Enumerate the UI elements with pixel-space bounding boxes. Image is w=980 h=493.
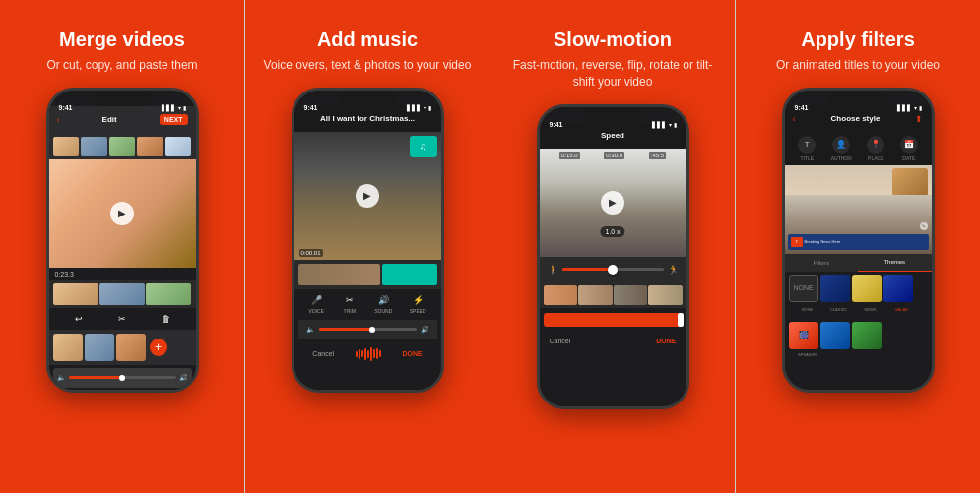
ctrl-undo[interactable]: ↩	[71, 312, 87, 326]
phone-2: 9:41 ▋▋▋ ▾ ▮ All I want for Christmas...…	[292, 88, 444, 393]
bottom-thumb-3[interactable]	[116, 334, 146, 361]
tl-thumb-1[interactable]	[53, 283, 98, 305]
phone4-back-btn[interactable]: ‹	[793, 114, 796, 124]
p2-trim-label: TRIM	[344, 308, 356, 314]
vol-low-icon: 🔈	[57, 374, 66, 382]
vol-high-icon: 🔊	[179, 374, 188, 382]
wave-bar-2	[359, 349, 360, 359]
add-clip-btn[interactable]: +	[150, 339, 167, 356]
phone2-play-btn[interactable]: ▶	[356, 184, 379, 208]
thumb-5[interactable]	[165, 137, 192, 156]
tl-thumb-2[interactable]	[99, 283, 145, 305]
phone4-wifi-icon: ▾	[914, 104, 917, 111]
p2-vol-low: 🔈	[306, 326, 315, 334]
p2-sound-btn[interactable]: 🔊 SOUND	[374, 293, 392, 314]
ctrl-cut[interactable]: ✂	[114, 312, 130, 326]
phone4-main-video: 7 Breaking News Here ⤡	[785, 165, 932, 254]
news-badge: 7	[791, 237, 803, 247]
phone2-cancel-btn[interactable]: Cancel	[312, 350, 334, 357]
wifi-icon: ▾	[178, 104, 181, 111]
theme-news[interactable]	[852, 275, 882, 302]
p4-author-icon[interactable]: 👤 AUTHOR	[831, 136, 852, 161]
thumb-3[interactable]	[109, 137, 136, 156]
phone3-notch	[583, 107, 642, 123]
p2-vol-fill	[319, 328, 372, 331]
phone3-screen: 9:41 ▋▋▋ ▾ ▮ Speed 0:15.0 0:30.0 :45.5 ▶…	[540, 107, 686, 406]
phone3-battery-icon: ▮	[674, 121, 677, 128]
panel-slow-motion: Slow-motion Fast-motion, reverse, flip, …	[490, 0, 735, 493]
phone1-volume: 🔈 🔊	[53, 368, 192, 388]
p2-voice-btn[interactable]: 🎤 VOICE	[308, 293, 324, 314]
tab-filters[interactable]: Filters	[785, 254, 859, 272]
tl-thumb-3[interactable]	[146, 283, 191, 305]
theme-classic[interactable]	[820, 275, 850, 302]
phone3-timeline	[540, 282, 686, 308]
progress-handle[interactable]	[678, 313, 684, 327]
p4-place-icon[interactable]: 📍 PLACE	[867, 136, 884, 161]
phone3-icons: ▋▋▋ ▾ ▮	[652, 121, 677, 128]
phone2-screen: 9:41 ▋▋▋ ▾ ▮ All I want for Christmas...…	[294, 91, 441, 390]
thumb-2[interactable]	[81, 137, 107, 156]
author-icon-label: AUTHOR	[831, 155, 852, 161]
ctrl-delete[interactable]: 🗑	[158, 312, 173, 326]
none-label: NONE	[793, 284, 813, 291]
p3-tl-1[interactable]	[544, 285, 578, 305]
phone1-timecode: 0:23.3	[49, 268, 196, 280]
phone2-title-text: All I want for Christmas...	[320, 114, 415, 123]
phone3-title-text: Speed	[601, 131, 624, 140]
p2-voice-label: VOICE	[308, 308, 324, 314]
p2-tl-video[interactable]	[298, 264, 380, 285]
run-icon: 🏃	[668, 265, 679, 275]
tab-themes[interactable]: Themes	[858, 254, 932, 272]
speed-mark-3: :45.5	[649, 152, 666, 159]
theme-extra1[interactable]	[820, 322, 850, 349]
phone2-bottom-controls: Cancel DONE	[294, 341, 441, 365]
thumb-4[interactable]	[137, 137, 163, 156]
phone2-timecode: 0:00.01	[299, 249, 323, 257]
phone1-bottom-strip: +	[49, 330, 196, 365]
p2-trim-btn[interactable]: ✂ TRIM	[342, 293, 358, 314]
phone1-back-btn[interactable]: ‹	[57, 115, 60, 125]
phone3-slider-track[interactable]	[562, 268, 664, 271]
phone1-next-btn[interactable]: NEXT	[160, 114, 188, 125]
bottom-thumb-1[interactable]	[53, 334, 83, 361]
phone4-notch	[828, 91, 887, 106]
vol-fill	[69, 376, 123, 379]
phone1-screen: 9:41 ▋▋▋ ▾ ▮ ‹ Edit NEXT	[49, 91, 196, 390]
p2-speed-btn[interactable]: ⚡ SPEED	[410, 293, 426, 314]
p4-date-icon[interactable]: 📅 DATE	[900, 136, 918, 161]
wave-bar-1	[356, 351, 358, 357]
thumb-1[interactable]	[53, 137, 80, 156]
p3-tl-4[interactable]	[648, 285, 683, 305]
phone1-icons: ▋▋▋ ▾ ▮	[162, 104, 186, 111]
panel1-subtitle: Or cut, copy, and paste them	[46, 57, 197, 74]
p3-tl-3[interactable]	[614, 285, 648, 305]
bottom-thumb-2[interactable]	[85, 334, 114, 361]
phone1-play-btn[interactable]: ▶	[110, 202, 134, 225]
theme-extra2[interactable]	[852, 322, 882, 349]
p2-tl-music[interactable]	[382, 264, 437, 285]
theme-none[interactable]: NONE	[789, 275, 818, 302]
phone3-done-btn[interactable]: DONE	[656, 338, 676, 344]
theme-salad[interactable]	[883, 275, 913, 302]
p3-tl-2[interactable]	[578, 285, 613, 305]
p4-title-icon[interactable]: T TITLE	[798, 136, 816, 161]
vol-track[interactable]	[69, 376, 176, 379]
phone3-play-btn[interactable]: ▶	[601, 191, 624, 215]
phone1-notch	[93, 91, 152, 106]
fullscreen-icon[interactable]: ⤡	[920, 222, 928, 230]
wave-bar-7	[373, 349, 375, 358]
panel4-subtitle: Or animated titles to your video	[776, 57, 940, 74]
p2-speed-label: SPEED	[410, 308, 426, 314]
phone4-share-btn[interactable]: ⬆	[915, 114, 923, 124]
phone4-screen: 9:41 ▋▋▋ ▾ ▮ ‹ Choose style ⬆ T TITLE 👤	[785, 91, 932, 390]
phone3-main-video: 0:15.0 0:30.0 :45.5 ▶ 1.0 x	[540, 149, 686, 257]
walk-icon: 🚶	[548, 265, 558, 275]
p2-vol-dot	[369, 327, 375, 333]
theme-speaker[interactable]: 🎆	[789, 322, 818, 349]
phone2-done-btn[interactable]: DONE	[402, 350, 422, 357]
phone1-main-video: ▶	[49, 159, 196, 268]
p2-vol-track[interactable]	[319, 328, 417, 331]
panel1-title: Merge videos	[59, 28, 185, 51]
phone3-cancel-btn[interactable]: Cancel	[550, 338, 571, 344]
